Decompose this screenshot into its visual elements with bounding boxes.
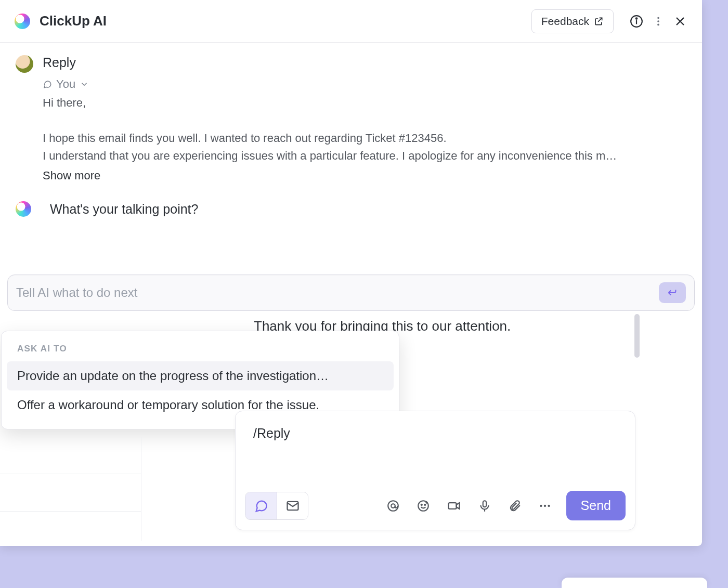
svg-point-4 xyxy=(657,20,659,22)
show-more-button[interactable]: Show more xyxy=(43,169,686,182)
feedback-button[interactable]: Feedback xyxy=(531,9,614,33)
svg-marker-15 xyxy=(457,503,460,509)
svg-point-5 xyxy=(657,23,659,25)
svg-point-13 xyxy=(424,504,425,505)
reply-composer: /Reply xyxy=(235,411,635,530)
emoji-icon[interactable] xyxy=(417,499,430,513)
panel-title: ClickUp AI xyxy=(40,13,107,29)
feedback-label: Feedback xyxy=(541,15,589,28)
send-button[interactable]: Send xyxy=(566,491,626,520)
mention-icon[interactable] xyxy=(386,499,400,513)
ai-prompt-question: What's your talking point? xyxy=(50,202,198,217)
svg-point-9 xyxy=(388,501,398,511)
panel-header: ClickUp AI Feedback xyxy=(0,0,702,43)
svg-point-3 xyxy=(657,17,659,19)
microphone-icon[interactable] xyxy=(478,499,491,513)
ai-input-bar xyxy=(7,275,695,311)
enter-icon xyxy=(667,287,678,298)
chat-bubble-icon xyxy=(43,80,52,89)
clickup-ai-logo-icon xyxy=(16,201,31,217)
user-avatar xyxy=(16,55,33,73)
video-icon[interactable] xyxy=(447,499,461,513)
ai-command-input[interactable] xyxy=(16,285,653,300)
email-channel-button[interactable] xyxy=(277,492,308,519)
reply-command-text[interactable]: /Reply xyxy=(236,411,635,441)
svg-point-10 xyxy=(391,504,395,508)
external-link-icon xyxy=(593,16,604,27)
chat-bubble-icon xyxy=(254,499,268,513)
background-list xyxy=(0,437,141,541)
clickup-ai-logo-icon xyxy=(15,14,30,29)
svg-point-12 xyxy=(421,504,422,505)
ai-panel: ClickUp AI Feedback Reply xyxy=(0,0,702,546)
chat-channel-button[interactable] xyxy=(245,492,277,519)
from-label: You xyxy=(56,77,75,91)
svg-rect-14 xyxy=(449,503,457,509)
panel-content: Reply You Hi there, I hope this email fi… xyxy=(0,43,702,217)
more-horizontal-icon[interactable] xyxy=(538,499,552,513)
chevron-down-icon xyxy=(80,80,89,89)
background-card xyxy=(562,578,707,588)
email-body-truncated-line: I understand that you are experiencing i… xyxy=(43,147,686,165)
channel-segment xyxy=(245,492,308,520)
svg-point-20 xyxy=(548,504,550,506)
reply-toolbar: Send xyxy=(245,491,626,520)
svg-rect-16 xyxy=(483,501,487,507)
attachment-icon[interactable] xyxy=(508,499,522,513)
more-vertical-icon[interactable] xyxy=(651,14,666,29)
submit-button[interactable] xyxy=(659,282,686,303)
from-dropdown[interactable]: You xyxy=(43,77,89,91)
close-icon[interactable] xyxy=(673,14,687,29)
message-block: Reply You Hi there, I hope this email fi… xyxy=(16,55,686,182)
svg-point-18 xyxy=(540,504,542,506)
info-icon[interactable] xyxy=(629,14,644,29)
svg-point-19 xyxy=(544,504,546,506)
email-body-preview: Hi there, I hope this email finds you we… xyxy=(43,94,686,147)
ai-prompt-row: What's your talking point? xyxy=(16,201,686,217)
svg-point-2 xyxy=(636,18,638,19)
mail-icon xyxy=(285,499,300,513)
message-type-label: Reply xyxy=(43,55,686,70)
